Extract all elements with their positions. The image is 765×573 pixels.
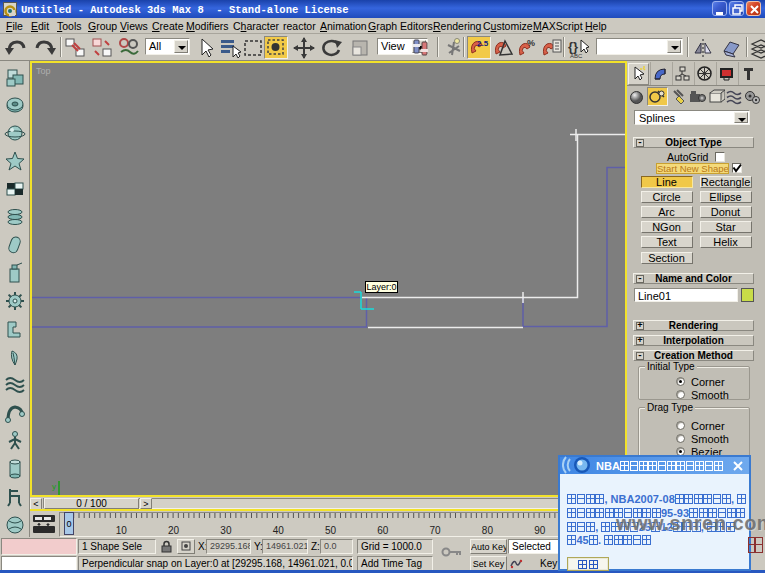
svg-text:60: 60 (377, 525, 389, 536)
svg-text:50: 50 (325, 525, 337, 536)
svg-text:10: 10 (116, 525, 128, 536)
svg-text:{}: {} (568, 39, 578, 54)
svg-text:80: 80 (482, 525, 494, 536)
svg-text:ABC: ABC (570, 53, 583, 59)
svg-text:20: 20 (168, 525, 180, 536)
svg-text:y: y (52, 482, 56, 491)
svg-text:2.5: 2.5 (477, 39, 489, 48)
svg-text:90: 90 (534, 525, 546, 536)
svg-text:70: 70 (430, 525, 442, 536)
svg-text:30: 30 (220, 525, 232, 536)
svg-text:%: % (527, 38, 535, 48)
svg-text:40: 40 (273, 525, 285, 536)
